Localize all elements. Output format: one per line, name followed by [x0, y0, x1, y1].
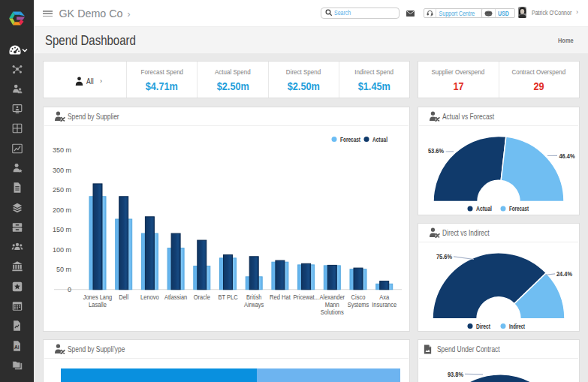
- svg-text:250 m: 250 m: [53, 186, 71, 194]
- svg-text:Mann: Mann: [325, 301, 339, 308]
- svg-text:Red Hat: Red Hat: [270, 293, 291, 301]
- svg-text:0: 0: [68, 286, 71, 293]
- svg-text:Systems: Systems: [348, 301, 369, 308]
- svg-text:BT PLC: BT PLC: [218, 293, 238, 301]
- svg-text:200 m: 200 m: [53, 206, 71, 214]
- svg-text:Ai: Ai: [14, 344, 20, 350]
- svg-text:Cisco: Cisco: [351, 293, 366, 301]
- svg-text:350 m: 350 m: [53, 146, 71, 154]
- svg-text:24.4%: 24.4%: [556, 269, 572, 278]
- svg-text:Solutions: Solutions: [321, 308, 345, 316]
- svg-text:Actual: Actual: [372, 136, 387, 143]
- svg-text:Dell: Dell: [119, 293, 128, 301]
- svg-text:Lasalle: Lasalle: [89, 301, 107, 308]
- svg-text:Lenovo: Lenovo: [140, 293, 159, 301]
- svg-text:Indirect: Indirect: [509, 323, 525, 330]
- svg-text:Insurance: Insurance: [372, 301, 397, 308]
- svg-text:Oracle: Oracle: [194, 293, 210, 301]
- svg-text:Pricewat...: Pricewat...: [293, 293, 318, 301]
- svg-text:Alexander: Alexander: [320, 293, 345, 301]
- svg-text:46.4%: 46.4%: [559, 152, 575, 160]
- svg-text:Jones Lang: Jones Lang: [83, 293, 113, 301]
- svg-text:50 m: 50 m: [56, 266, 71, 273]
- svg-text:75.6%: 75.6%: [436, 252, 452, 260]
- svg-text:British: British: [246, 293, 262, 301]
- svg-text:Forecast: Forecast: [340, 136, 360, 143]
- svg-text:Airways: Airways: [244, 301, 264, 308]
- svg-text:Direct: Direct: [476, 323, 490, 330]
- svg-text:300 m: 300 m: [53, 167, 71, 174]
- svg-text:150 m: 150 m: [53, 226, 71, 233]
- svg-text:100 m: 100 m: [53, 246, 71, 254]
- svg-text:Axa: Axa: [379, 293, 389, 301]
- svg-text:Actual: Actual: [476, 205, 492, 212]
- svg-text:Atlassian: Atlassian: [164, 293, 187, 301]
- svg-text:Forecast: Forecast: [509, 205, 529, 212]
- svg-text:53.6%: 53.6%: [428, 146, 444, 155]
- svg-text:93.8%: 93.8%: [448, 370, 463, 378]
